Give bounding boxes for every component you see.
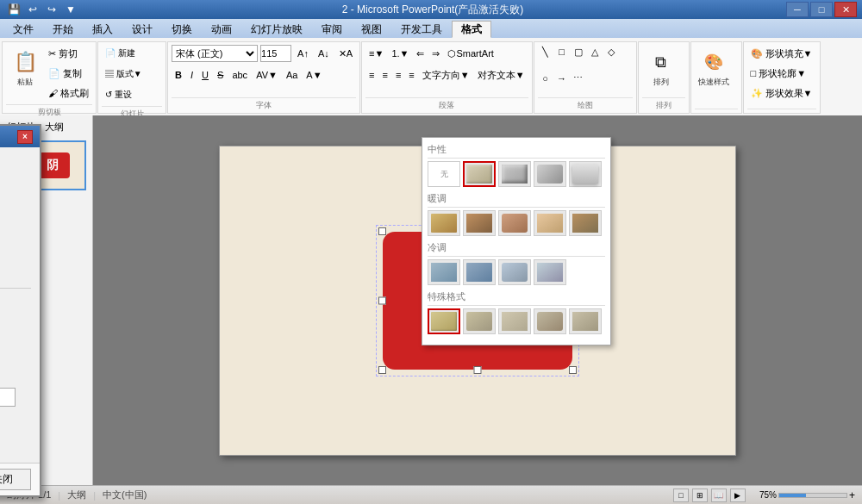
tab-transitions[interactable]: 切换 xyxy=(162,21,202,38)
slideshow-btn[interactable]: ▶ xyxy=(730,488,746,502)
zoom-slider[interactable] xyxy=(778,493,847,498)
bold-btn[interactable]: B xyxy=(172,65,185,84)
format-painter-btn[interactable]: 🖌 格式刷 xyxy=(45,84,92,103)
paste-btn[interactable]: 📋 粘贴 xyxy=(6,44,44,103)
decrease-font-btn[interactable]: A↓ xyxy=(315,44,333,63)
preset-neutral-2[interactable] xyxy=(498,161,531,187)
align-left-btn[interactable]: ≡ xyxy=(365,65,378,84)
redo-btn[interactable]: ↪ xyxy=(43,2,60,17)
qat-dropdown-btn[interactable]: ▼ xyxy=(62,2,79,17)
close-btn[interactable]: ✕ xyxy=(834,2,857,17)
normal-view-btn[interactable]: □ xyxy=(673,488,689,502)
lighting-preview[interactable]: ▼ xyxy=(0,388,16,407)
reset-btn[interactable]: ↺ 重设 xyxy=(102,85,146,104)
shape-arrow[interactable]: → xyxy=(554,71,570,86)
close-dialog-btn[interactable]: 关闭 xyxy=(0,469,31,490)
underline-btn[interactable]: U xyxy=(198,65,212,84)
tab-home[interactable]: 开始 xyxy=(43,21,83,38)
tab-insert[interactable]: 插入 xyxy=(83,21,122,38)
preset-cool-1[interactable] xyxy=(428,259,460,285)
preset-none[interactable]: 无 xyxy=(428,161,460,187)
preset-warm-3[interactable] xyxy=(498,210,531,236)
preset-special-2[interactable] xyxy=(463,308,496,334)
reading-view-btn[interactable]: 📖 xyxy=(711,488,727,502)
minimize-btn[interactable]: ─ xyxy=(786,2,809,17)
zoom-in-btn[interactable]: + xyxy=(849,489,855,501)
align-text-btn[interactable]: 对齐文本▼ xyxy=(474,65,528,84)
handle-bm[interactable] xyxy=(474,366,482,374)
tab-file[interactable]: 文件 xyxy=(3,21,43,38)
shape-rounded-rect[interactable]: ▢ xyxy=(571,44,586,59)
preset-special-4[interactable] xyxy=(534,308,566,334)
handle-br[interactable] xyxy=(569,366,577,374)
tab-format[interactable]: 格式 xyxy=(452,21,491,38)
font-color-btn[interactable]: Aa xyxy=(283,65,301,84)
numbering-btn[interactable]: 1.▼ xyxy=(388,44,412,63)
preset-special-1[interactable] xyxy=(428,308,460,334)
strikethrough-btn[interactable]: S xyxy=(214,65,227,84)
font-family-select[interactable]: 宋体 (正文) xyxy=(172,45,258,62)
slide-sorter-btn[interactable]: ⊞ xyxy=(692,488,708,502)
text-direction-btn[interactable]: 文字方向▼ xyxy=(419,65,473,84)
arrange-btn[interactable]: ⧉ 排列 xyxy=(642,44,680,96)
increase-font-btn[interactable]: A↑ xyxy=(294,44,312,63)
maximize-btn[interactable]: □ xyxy=(810,2,833,17)
outline-tab[interactable]: 大纲 xyxy=(41,119,67,135)
shape-fill-btn[interactable]: 🎨 形状填充▼ xyxy=(747,44,816,63)
font-size-input[interactable] xyxy=(260,45,291,62)
shadow-btn[interactable]: abc xyxy=(228,65,251,84)
smartart-btn[interactable]: ⬡SmartArt xyxy=(444,44,497,63)
shape-triangle[interactable]: △ xyxy=(587,44,603,59)
decrease-indent-btn[interactable]: ⇐ xyxy=(413,44,428,63)
neutral-presets: 无 xyxy=(428,161,605,187)
preset-cool-2[interactable] xyxy=(463,259,496,285)
special-label: 特殊格式 xyxy=(428,291,465,302)
save-btn[interactable]: 💾 xyxy=(5,2,22,17)
copy-btn[interactable]: 📄 复制 xyxy=(45,64,92,83)
font-color2-btn[interactable]: A▼ xyxy=(303,65,325,84)
clear-format-btn[interactable]: ✕A xyxy=(335,44,356,63)
increase-indent-btn[interactable]: ⇒ xyxy=(428,44,443,63)
preset-warm-5[interactable] xyxy=(569,210,602,236)
italic-btn[interactable]: I xyxy=(187,65,197,84)
shape-diamond[interactable]: ◇ xyxy=(603,44,619,59)
preset-neutral-4[interactable] xyxy=(569,161,602,187)
warm-label: 暖调 xyxy=(428,193,447,203)
preset-warm-1[interactable] xyxy=(428,210,460,236)
preset-neutral-1[interactable] xyxy=(463,161,496,187)
justify-btn[interactable]: ≡ xyxy=(405,65,417,84)
preset-cool-3[interactable] xyxy=(498,259,531,285)
dialog-close-btn[interactable]: × xyxy=(17,130,33,144)
tab-review[interactable]: 审阅 xyxy=(312,21,352,38)
preset-cool-4[interactable] xyxy=(534,259,566,285)
shape-effect-btn[interactable]: ✨ 形状效果▼ xyxy=(747,84,816,103)
cut-btn[interactable]: ✂ 剪切 xyxy=(45,44,92,63)
preset-warm-4[interactable] xyxy=(534,210,566,236)
preset-warm-2[interactable] xyxy=(463,210,496,236)
tab-view[interactable]: 视图 xyxy=(352,21,391,38)
char-spacing-btn[interactable]: AV▼ xyxy=(253,65,281,84)
tab-animations[interactable]: 动画 xyxy=(202,21,241,38)
preset-shape-w5 xyxy=(572,214,598,233)
align-right-btn[interactable]: ≡ xyxy=(392,65,404,84)
tab-slideshow[interactable]: 幻灯片放映 xyxy=(241,21,312,38)
bullets-btn[interactable]: ≡▼ xyxy=(365,44,387,63)
shape-more[interactable]: ⋯ xyxy=(571,71,586,86)
handle-bl[interactable] xyxy=(378,366,386,374)
preset-special-3[interactable] xyxy=(498,308,531,334)
handle-tl[interactable] xyxy=(378,227,386,235)
shape-outline-btn[interactable]: □ 形状轮廓▼ xyxy=(747,64,816,83)
quick-styles-btn[interactable]: 🎨 快速样式 xyxy=(695,44,733,107)
handle-ml[interactable] xyxy=(378,296,386,304)
align-center-btn[interactable]: ≡ xyxy=(379,65,391,84)
tab-design[interactable]: 设计 xyxy=(122,21,162,38)
shape-rect[interactable]: □ xyxy=(554,44,570,59)
undo-btn[interactable]: ↩ xyxy=(24,2,41,17)
layout-btn[interactable]: ▤ 版式▼ xyxy=(102,65,146,84)
tab-developer[interactable]: 开发工具 xyxy=(391,21,452,38)
preset-neutral-3[interactable] xyxy=(534,161,566,187)
shape-line[interactable]: ╲ xyxy=(538,44,553,59)
preset-special-5[interactable] xyxy=(569,308,602,334)
new-slide-btn[interactable]: 📄 新建 xyxy=(102,44,146,63)
shape-ellipse[interactable]: ○ xyxy=(538,71,553,86)
